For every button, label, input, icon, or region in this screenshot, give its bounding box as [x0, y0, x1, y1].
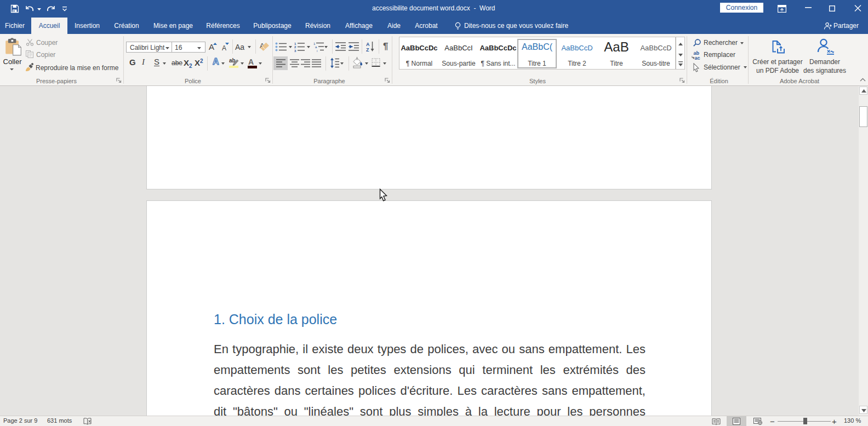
svg-text:A: A [366, 42, 370, 47]
svg-text:Z: Z [366, 47, 369, 52]
svg-text:3: 3 [294, 49, 296, 53]
svg-text:i: i [317, 49, 317, 53]
svg-text:a: a [315, 45, 317, 49]
svg-text:2: 2 [294, 45, 296, 49]
svg-text:ac: ac [695, 55, 700, 60]
svg-text:1: 1 [294, 42, 296, 45]
svg-text:1: 1 [313, 42, 316, 45]
